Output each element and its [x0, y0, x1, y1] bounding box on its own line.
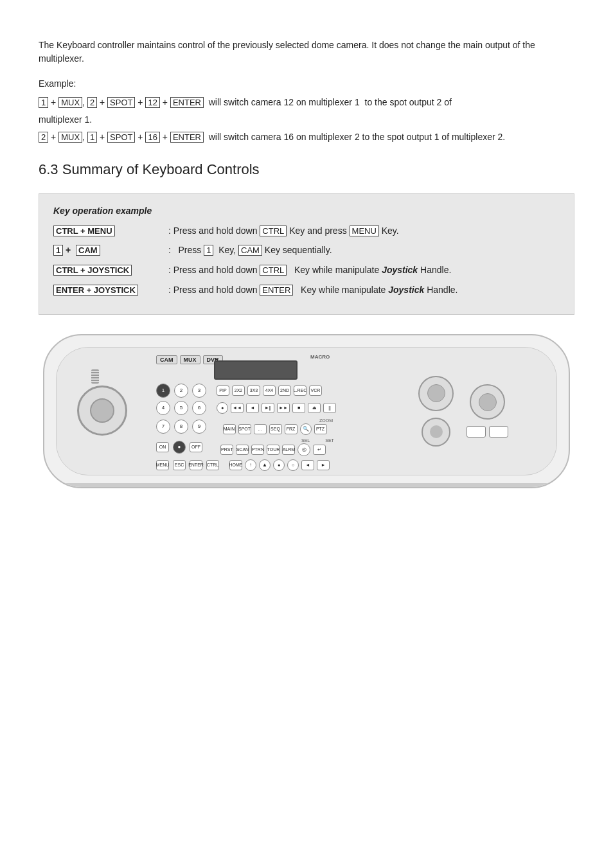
- key-off[interactable]: OFF: [190, 442, 202, 452]
- right-dial-1[interactable]: [422, 418, 450, 447]
- kbd-ctrl-inline2: CTRL: [260, 265, 287, 276]
- right-btn-1[interactable]: [466, 426, 486, 438]
- key-circle[interactable]: ●: [273, 459, 285, 471]
- kbd-mux2: MUX: [58, 132, 82, 143]
- key-4[interactable]: 4: [156, 401, 170, 415]
- kbd-12: 12: [145, 97, 159, 108]
- key-main[interactable]: MAIN: [223, 424, 236, 434]
- keyboard-diagram: CAM MUX DVR MACRO 1 2 3 PIP 2X2: [43, 334, 570, 514]
- key-3x3[interactable]: 3X3: [247, 385, 260, 396]
- key-menu-bot[interactable]: MENU: [156, 460, 169, 470]
- right-joystick-bot-inner: [479, 393, 497, 411]
- key-5[interactable]: 5: [174, 401, 188, 415]
- mode-btn-mux[interactable]: MUX: [180, 355, 200, 364]
- key-ff[interactable]: ►►: [277, 403, 290, 413]
- num-row-3: 7 8 9 ZOOM MAIN SPOT ... SEQ FRZ 🔍: [156, 418, 409, 435]
- key-on[interactable]: ON: [156, 442, 169, 452]
- num-row-2: 4 5 6 ● ◄◄ ◄ ►|| ►► ■ ⏏ ||: [156, 401, 409, 415]
- key-prev[interactable]: ◄: [246, 403, 259, 413]
- key-prst[interactable]: PRST: [220, 445, 233, 455]
- key-2x2[interactable]: 2X2: [232, 385, 245, 396]
- keyboard-bottom-bar: [44, 483, 569, 487]
- keyboard-outer: CAM MUX DVR MACRO 1 2 3 PIP 2X2: [43, 334, 570, 488]
- right-joystick-top[interactable]: [418, 376, 454, 411]
- kbd-cam-inline: CAM: [238, 245, 262, 256]
- key-7[interactable]: 7: [156, 420, 170, 434]
- right-joystick-top-inner: [427, 384, 445, 402]
- key-combo-1-cam: 1 + CAM: [53, 243, 166, 258]
- key-lock[interactable]: ▲: [259, 459, 271, 471]
- key-tour[interactable]: TOUR: [267, 445, 280, 455]
- key-op-row-3: CTRL + JOYSTICK : Press and hold down CT…: [53, 263, 560, 278]
- kbd-1: 1: [39, 97, 48, 108]
- joystick-ring-left: [77, 385, 127, 436]
- key-8[interactable]: 8: [174, 420, 188, 434]
- key-combo-enter-joy: ENTER + JOYSTICK: [53, 283, 166, 297]
- key-rew[interactable]: ◄◄: [231, 403, 244, 413]
- key-2nd[interactable]: 2ND: [278, 385, 291, 396]
- key-pip[interactable]: PIP: [217, 385, 229, 396]
- kbd-enter-joy: ENTER + JOYSTICK: [53, 285, 138, 296]
- key-sel-dial[interactable]: ◎: [298, 443, 310, 456]
- right-btn-2[interactable]: [489, 426, 508, 438]
- key-desc-4: : Press and hold down ENTER Key while ma…: [166, 283, 560, 297]
- key-enter-bot[interactable]: ENTER: [190, 460, 202, 470]
- kbd-2b: 2: [39, 132, 48, 143]
- kbd-16: 16: [145, 132, 159, 143]
- key-scan[interactable]: SCAN: [236, 445, 249, 455]
- key-stop[interactable]: ■: [292, 403, 305, 413]
- key-frz[interactable]: FRZ: [285, 424, 298, 434]
- kbd-1-num: 1: [53, 245, 63, 256]
- key-9[interactable]: 9: [192, 420, 206, 434]
- key-zoom-icon[interactable]: 🔍: [300, 423, 312, 435]
- key-combo-ctrl-menu: CTRL + MENU: [53, 224, 166, 238]
- key-spot[interactable]: SPOT: [238, 424, 251, 434]
- center-panel: CAM MUX DVR MACRO 1 2 3 PIP 2X2: [156, 355, 409, 467]
- key-2[interactable]: 2: [174, 384, 188, 398]
- key-circle2[interactable]: ○: [287, 459, 299, 471]
- kbd-mux: MUX: [58, 97, 82, 108]
- key-num[interactable]: ...: [254, 424, 267, 434]
- key-up-arrow[interactable]: ↑: [245, 459, 256, 471]
- key-star[interactable]: ●: [173, 441, 186, 454]
- example-line-2: 2 + MUX, 1 + SPOT + 16 + ENTER will swit…: [39, 129, 574, 145]
- key-ptrn[interactable]: PTRN: [251, 445, 264, 455]
- key-left-arr[interactable]: ◄: [301, 460, 314, 470]
- key-lrec[interactable]: L.REC: [294, 385, 306, 396]
- key-home[interactable]: HOME: [229, 460, 242, 470]
- key-eject[interactable]: ⏏: [308, 403, 321, 413]
- key-4x4[interactable]: 4X4: [263, 385, 276, 396]
- key-pause[interactable]: ||: [323, 403, 336, 413]
- key-esc[interactable]: ESC: [173, 460, 186, 470]
- joystick-center-left: [90, 398, 114, 423]
- kbd-ctrl-menu: CTRL + MENU: [53, 226, 115, 236]
- key-ptz[interactable]: PTZ: [314, 424, 327, 434]
- key-seq[interactable]: SEQ: [269, 424, 282, 434]
- key-ctrl[interactable]: CTRL: [206, 460, 219, 470]
- key-play-pause[interactable]: ►||: [262, 403, 274, 413]
- key-vcr[interactable]: VCR: [309, 385, 322, 396]
- keyboard-inner: CAM MUX DVR MACRO 1 2 3 PIP 2X2: [56, 347, 557, 475]
- display-screen: [214, 360, 298, 380]
- sel-label: SEL: [301, 438, 310, 443]
- left-joystick-area: [77, 369, 129, 453]
- key-alrm[interactable]: ALRM: [282, 445, 295, 455]
- key-3[interactable]: 3: [192, 384, 206, 398]
- key-desc-3: : Press and hold down CTRL Key while man…: [166, 263, 560, 278]
- key-op-title: Key operation example: [53, 206, 560, 216]
- kbd-menu-inline: MENU: [350, 226, 379, 236]
- key-6[interactable]: 6: [192, 401, 206, 415]
- key-op-row-4: ENTER + JOYSTICK : Press and hold down E…: [53, 283, 560, 297]
- mode-btn-cam[interactable]: CAM: [156, 355, 177, 364]
- set-label: SET: [325, 438, 334, 443]
- key-dot[interactable]: ●: [217, 402, 228, 414]
- example-line-1: 1 + MUX, 2 + SPOT + 12 + ENTER will swit…: [39, 94, 574, 111]
- intro-paragraph: The Keyboard controller maintains contro…: [39, 39, 574, 66]
- num-row-1: 1 2 3 PIP 2X2 3X3 4X4 2ND L.REC VCR: [156, 384, 409, 398]
- kbd-ctrl-inline: CTRL: [260, 226, 287, 236]
- key-combo-ctrl-joy: CTRL + JOYSTICK: [53, 263, 166, 278]
- key-enter-small[interactable]: ↵: [313, 445, 326, 455]
- key-1[interactable]: 1: [156, 384, 170, 398]
- key-right-arr[interactable]: ►: [317, 460, 330, 470]
- right-joystick-bot[interactable]: [470, 384, 505, 420]
